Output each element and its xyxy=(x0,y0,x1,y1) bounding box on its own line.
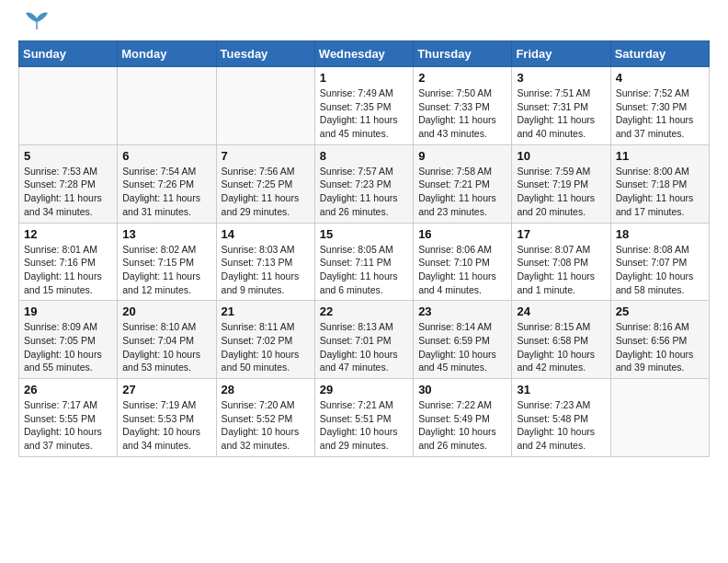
calendar-cell: 10Sunrise: 7:59 AM Sunset: 7:19 PM Dayli… xyxy=(512,144,610,223)
calendar-cell: 6Sunrise: 7:54 AM Sunset: 7:26 PM Daylig… xyxy=(118,144,216,223)
day-info: Sunrise: 8:03 AM Sunset: 7:13 PM Dayligh… xyxy=(222,243,310,297)
day-number: 19 xyxy=(24,304,112,318)
calendar-week-row: 26Sunrise: 7:17 AM Sunset: 5:55 PM Dayli… xyxy=(19,379,710,457)
day-number: 14 xyxy=(222,227,310,241)
calendar-cell: 25Sunrise: 8:16 AM Sunset: 6:56 PM Dayli… xyxy=(610,301,709,379)
day-info: Sunrise: 8:02 AM Sunset: 7:15 PM Dayligh… xyxy=(122,243,210,297)
calendar-cell: 24Sunrise: 8:15 AM Sunset: 6:58 PM Dayli… xyxy=(512,301,610,379)
day-number: 23 xyxy=(418,304,506,318)
day-info: Sunrise: 7:52 AM Sunset: 7:30 PM Dayligh… xyxy=(616,86,704,141)
weekday-header: Friday xyxy=(512,41,610,67)
calendar-cell: 22Sunrise: 8:13 AM Sunset: 7:01 PM Dayli… xyxy=(314,301,413,379)
calendar-cell: 19Sunrise: 8:09 AM Sunset: 7:05 PM Dayli… xyxy=(19,301,118,379)
day-info: Sunrise: 8:07 AM Sunset: 7:08 PM Dayligh… xyxy=(517,243,605,297)
weekday-header: Monday xyxy=(118,41,216,67)
weekday-header-row: SundayMondayTuesdayWednesdayThursdayFrid… xyxy=(19,41,710,67)
calendar-week-row: 5Sunrise: 7:53 AM Sunset: 7:28 PM Daylig… xyxy=(19,144,710,223)
calendar-cell: 13Sunrise: 8:02 AM Sunset: 7:15 PM Dayli… xyxy=(118,223,216,301)
logo-bird-icon xyxy=(22,11,51,31)
day-info: Sunrise: 8:00 AM Sunset: 7:18 PM Dayligh… xyxy=(616,165,704,219)
day-number: 7 xyxy=(222,149,310,163)
day-number: 17 xyxy=(517,227,605,241)
calendar-cell: 28Sunrise: 7:20 AM Sunset: 5:52 PM Dayli… xyxy=(216,379,314,457)
day-number: 21 xyxy=(222,304,310,318)
day-info: Sunrise: 8:13 AM Sunset: 7:01 PM Dayligh… xyxy=(320,320,408,374)
day-number: 27 xyxy=(122,383,210,396)
day-number: 31 xyxy=(517,383,605,396)
page-header xyxy=(18,18,710,31)
day-number: 24 xyxy=(517,304,605,318)
day-info: Sunrise: 7:22 AM Sunset: 5:49 PM Dayligh… xyxy=(418,398,506,453)
day-info: Sunrise: 7:54 AM Sunset: 7:26 PM Dayligh… xyxy=(122,165,210,219)
day-info: Sunrise: 8:11 AM Sunset: 7:02 PM Dayligh… xyxy=(222,320,310,374)
logo xyxy=(18,18,51,31)
calendar-cell: 21Sunrise: 8:11 AM Sunset: 7:02 PM Dayli… xyxy=(216,301,314,379)
day-number: 11 xyxy=(616,149,704,163)
day-number: 25 xyxy=(616,304,704,318)
calendar-cell: 4Sunrise: 7:52 AM Sunset: 7:30 PM Daylig… xyxy=(610,67,709,145)
calendar-week-row: 19Sunrise: 8:09 AM Sunset: 7:05 PM Dayli… xyxy=(19,301,710,379)
day-info: Sunrise: 7:51 AM Sunset: 7:31 PM Dayligh… xyxy=(517,86,605,141)
day-number: 15 xyxy=(320,227,408,241)
calendar-week-row: 1Sunrise: 7:49 AM Sunset: 7:35 PM Daylig… xyxy=(19,67,710,145)
day-number: 30 xyxy=(418,383,506,396)
day-number: 9 xyxy=(418,149,506,163)
calendar-cell: 29Sunrise: 7:21 AM Sunset: 5:51 PM Dayli… xyxy=(314,379,413,457)
calendar-cell: 27Sunrise: 7:19 AM Sunset: 5:53 PM Dayli… xyxy=(118,379,216,457)
calendar-cell: 23Sunrise: 8:14 AM Sunset: 6:59 PM Dayli… xyxy=(414,301,512,379)
day-number: 26 xyxy=(24,383,112,396)
day-info: Sunrise: 7:58 AM Sunset: 7:21 PM Dayligh… xyxy=(418,165,506,219)
day-info: Sunrise: 8:16 AM Sunset: 6:56 PM Dayligh… xyxy=(616,320,704,374)
weekday-header: Wednesday xyxy=(314,41,413,67)
day-info: Sunrise: 8:15 AM Sunset: 6:58 PM Dayligh… xyxy=(517,320,605,374)
calendar-cell: 14Sunrise: 8:03 AM Sunset: 7:13 PM Dayli… xyxy=(216,223,314,301)
calendar-cell: 5Sunrise: 7:53 AM Sunset: 7:28 PM Daylig… xyxy=(19,144,118,223)
calendar-cell: 1Sunrise: 7:49 AM Sunset: 7:35 PM Daylig… xyxy=(314,67,413,145)
day-info: Sunrise: 7:50 AM Sunset: 7:33 PM Dayligh… xyxy=(418,86,506,141)
calendar-cell: 17Sunrise: 8:07 AM Sunset: 7:08 PM Dayli… xyxy=(512,223,610,301)
day-info: Sunrise: 7:59 AM Sunset: 7:19 PM Dayligh… xyxy=(517,165,605,219)
day-number: 2 xyxy=(418,71,506,85)
calendar-cell xyxy=(19,67,118,145)
weekday-header: Sunday xyxy=(19,41,118,67)
calendar-cell: 30Sunrise: 7:22 AM Sunset: 5:49 PM Dayli… xyxy=(414,379,512,457)
calendar-week-row: 12Sunrise: 8:01 AM Sunset: 7:16 PM Dayli… xyxy=(19,223,710,301)
calendar-cell xyxy=(216,67,314,145)
day-number: 8 xyxy=(320,149,408,163)
day-info: Sunrise: 8:09 AM Sunset: 7:05 PM Dayligh… xyxy=(24,320,112,374)
day-info: Sunrise: 7:56 AM Sunset: 7:25 PM Dayligh… xyxy=(222,165,310,219)
calendar-cell: 16Sunrise: 8:06 AM Sunset: 7:10 PM Dayli… xyxy=(414,223,512,301)
day-number: 10 xyxy=(517,149,605,163)
weekday-header: Thursday xyxy=(414,41,512,67)
calendar-cell xyxy=(118,67,216,145)
day-info: Sunrise: 7:23 AM Sunset: 5:48 PM Dayligh… xyxy=(517,398,605,453)
calendar-cell: 20Sunrise: 8:10 AM Sunset: 7:04 PM Dayli… xyxy=(118,301,216,379)
day-number: 12 xyxy=(24,227,112,241)
day-info: Sunrise: 8:08 AM Sunset: 7:07 PM Dayligh… xyxy=(616,243,704,297)
calendar-cell: 31Sunrise: 7:23 AM Sunset: 5:48 PM Dayli… xyxy=(512,379,610,457)
day-number: 6 xyxy=(122,149,210,163)
calendar-table: SundayMondayTuesdayWednesdayThursdayFrid… xyxy=(18,40,710,457)
day-number: 16 xyxy=(418,227,506,241)
calendar-cell: 7Sunrise: 7:56 AM Sunset: 7:25 PM Daylig… xyxy=(216,144,314,223)
day-number: 13 xyxy=(122,227,210,241)
day-number: 5 xyxy=(24,149,112,163)
day-number: 20 xyxy=(122,304,210,318)
calendar-cell: 12Sunrise: 8:01 AM Sunset: 7:16 PM Dayli… xyxy=(19,223,118,301)
day-info: Sunrise: 8:06 AM Sunset: 7:10 PM Dayligh… xyxy=(418,243,506,297)
day-info: Sunrise: 7:49 AM Sunset: 7:35 PM Dayligh… xyxy=(320,86,408,141)
weekday-header: Saturday xyxy=(610,41,709,67)
day-info: Sunrise: 8:01 AM Sunset: 7:16 PM Dayligh… xyxy=(24,243,112,297)
calendar-cell xyxy=(610,379,709,457)
day-info: Sunrise: 8:05 AM Sunset: 7:11 PM Dayligh… xyxy=(320,243,408,297)
calendar-cell: 2Sunrise: 7:50 AM Sunset: 7:33 PM Daylig… xyxy=(414,67,512,145)
calendar-cell: 15Sunrise: 8:05 AM Sunset: 7:11 PM Dayli… xyxy=(314,223,413,301)
day-info: Sunrise: 7:53 AM Sunset: 7:28 PM Dayligh… xyxy=(24,165,112,219)
day-number: 28 xyxy=(222,383,310,396)
day-number: 3 xyxy=(517,71,605,85)
day-info: Sunrise: 7:20 AM Sunset: 5:52 PM Dayligh… xyxy=(222,398,310,453)
day-info: Sunrise: 7:19 AM Sunset: 5:53 PM Dayligh… xyxy=(122,398,210,453)
day-info: Sunrise: 8:14 AM Sunset: 6:59 PM Dayligh… xyxy=(418,320,506,374)
calendar-cell: 8Sunrise: 7:57 AM Sunset: 7:23 PM Daylig… xyxy=(314,144,413,223)
day-number: 4 xyxy=(616,71,704,85)
